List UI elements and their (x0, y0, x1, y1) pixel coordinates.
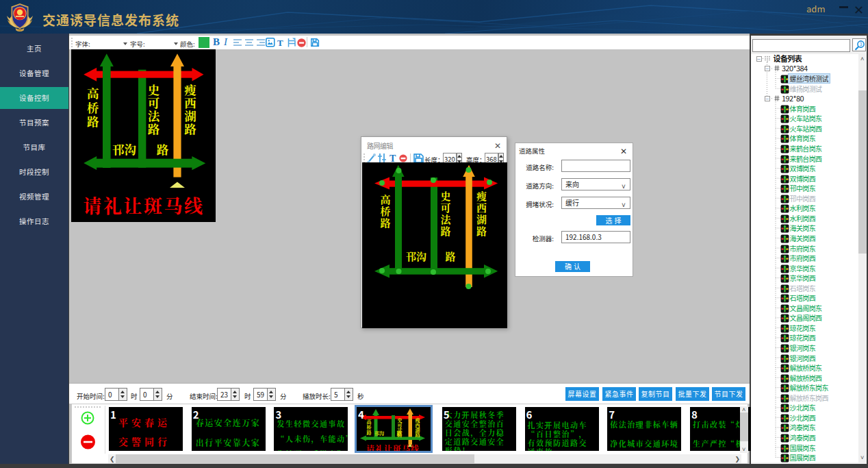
svg-text:高桥路: 高桥路 (380, 192, 390, 230)
svg-text:瘦西湖路: 瘦西湖路 (184, 81, 196, 137)
svg-text:高桥路: 高桥路 (87, 84, 99, 130)
svg-text:史可法路: 史可法路 (148, 81, 161, 137)
svg-text:邗沟: 邗沟 (112, 140, 136, 158)
svg-text:高桥路: 高桥路 (367, 418, 372, 436)
svg-text:路: 路 (445, 249, 455, 263)
svg-text:请礼让斑马线: 请礼让斑马线 (84, 192, 205, 219)
svg-text:路: 路 (157, 140, 169, 158)
svg-text:3: 3 (860, 42, 863, 47)
svg-text:请礼让斑马线: 请礼让斑马线 (366, 443, 420, 451)
svg-text:邗沟: 邗沟 (406, 249, 426, 263)
svg-text:邗沟: 邗沟 (374, 430, 384, 436)
svg-text:瘦西湖路: 瘦西湖路 (416, 417, 420, 438)
svg-text:史可法路: 史可法路 (440, 188, 452, 238)
svg-text:路: 路 (397, 430, 402, 436)
svg-text:瘦西湖路: 瘦西湖路 (476, 188, 487, 238)
